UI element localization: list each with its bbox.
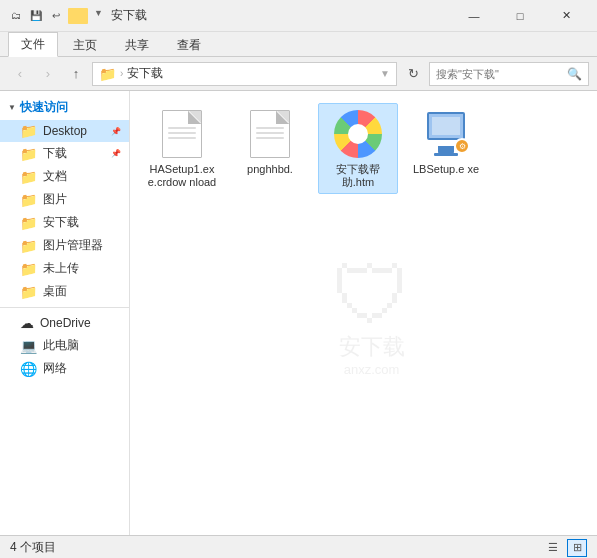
pin-icon: 📌	[111, 127, 121, 136]
quick-access-icon: 🗂	[8, 8, 24, 24]
onedrive-icon: ☁	[20, 315, 34, 331]
details-view-button[interactable]: ☰	[543, 539, 563, 557]
watermark-sub: anxz.com	[332, 362, 412, 377]
sidebar: ▼ 快速访问 📁 Desktop 📌 📁 下载 📌 📁 文档 📁 图片 📁 安下…	[0, 91, 130, 535]
folder-icon: 📁	[20, 238, 37, 254]
sidebar-label-network: 网络	[43, 360, 67, 377]
content-area: 🛡 安下载 anxz.com HASetup1.	[130, 91, 597, 535]
tab-home[interactable]: 主页	[60, 33, 110, 57]
maximize-button[interactable]: □	[497, 0, 543, 32]
sidebar-item-anxia[interactable]: 📁 安下载	[0, 211, 129, 234]
sidebar-label-onedrive: OneDrive	[40, 316, 91, 330]
sidebar-divider	[0, 307, 129, 308]
tab-file[interactable]: 文件	[8, 32, 58, 57]
ribbon: 文件 主页 共享 查看	[0, 32, 597, 57]
close-button[interactable]: ✕	[543, 0, 589, 32]
monitor-body	[427, 112, 465, 140]
title-bar-save[interactable]: 💾	[28, 8, 44, 24]
path-folder-icon: 📁	[99, 66, 116, 82]
file-icon-container	[156, 108, 208, 160]
watermark-text: 安下载	[332, 332, 412, 362]
doc-icon	[162, 110, 202, 158]
quick-access-header[interactable]: ▼ 快速访问	[0, 95, 129, 120]
file-item[interactable]: HASetup1.exe.crdow nload	[142, 103, 222, 194]
minimize-button[interactable]: —	[451, 0, 497, 32]
doc-icon	[250, 110, 290, 158]
files-grid: HASetup1.exe.crdow nload pnghhbd.	[138, 99, 589, 198]
file-item[interactable]: ⚙ LBSetup.e xe	[406, 103, 486, 194]
address-bar: ‹ › ↑ 📁 › 安下载 ▼ ↻ 🔍	[0, 57, 597, 91]
sidebar-label-pictures: 图片	[43, 191, 67, 208]
computer-icon: 💻	[20, 338, 37, 354]
sidebar-label-anxia: 安下载	[43, 214, 79, 231]
sidebar-label-documents: 文档	[43, 168, 67, 185]
status-bar: 4 个项目 ☰ ⊞	[0, 535, 597, 558]
pin-icon: 📌	[111, 149, 121, 158]
item-count: 4 个项目	[10, 539, 56, 556]
file-item[interactable]: pnghhbd.	[230, 103, 310, 194]
monitor-base	[434, 153, 458, 156]
search-icon[interactable]: 🔍	[567, 67, 582, 81]
htm-colorful-icon	[334, 110, 382, 158]
folder-icon: 📁	[20, 261, 37, 277]
main-area: ▼ 快速访问 📁 Desktop 📌 📁 下载 📌 📁 文档 📁 图片 📁 安下…	[0, 91, 597, 535]
file-name: pnghhbd.	[247, 163, 293, 176]
sidebar-label-imgmgr: 图片管理器	[43, 237, 103, 254]
large-icons-view-button[interactable]: ⊞	[567, 539, 587, 557]
folder-icon: 📁	[20, 192, 37, 208]
monitor-screen	[432, 117, 460, 135]
title-bar-icons: 🗂 💾 ↩ ▼	[8, 8, 103, 24]
search-box[interactable]: 🔍	[429, 62, 589, 86]
chevron-icon: ▼	[8, 103, 16, 112]
network-icon: 🌐	[20, 361, 37, 377]
folder-icon: 📁	[20, 146, 37, 162]
title-bar-undo[interactable]: ↩	[48, 8, 64, 24]
window-title: 安下载	[111, 7, 451, 24]
path-label: 安下载	[127, 65, 163, 82]
tab-share[interactable]: 共享	[112, 33, 162, 57]
quick-access-label: 快速访问	[20, 99, 68, 116]
sidebar-label-thispc: 此电脑	[43, 337, 79, 354]
sidebar-item-desktop[interactable]: 📁 Desktop 📌	[0, 120, 129, 142]
title-bar: 🗂 💾 ↩ ▼ 安下载 — □ ✕	[0, 0, 597, 32]
sidebar-item-downloads[interactable]: 📁 下载 📌	[0, 142, 129, 165]
path-separator: ›	[120, 68, 123, 79]
file-icon-container	[332, 108, 384, 160]
refresh-button[interactable]: ↻	[401, 62, 425, 86]
sidebar-item-desktop2[interactable]: 📁 桌面	[0, 280, 129, 303]
sidebar-label-desktop2: 桌面	[43, 283, 67, 300]
ribbon-tabs: 文件 主页 共享 查看	[0, 32, 597, 56]
folder-title-icon	[68, 8, 88, 24]
gear-icon: ⚙	[454, 138, 470, 154]
back-button[interactable]: ‹	[8, 62, 32, 86]
tab-view[interactable]: 查看	[164, 33, 214, 57]
folder-icon: 📁	[20, 284, 37, 300]
address-path[interactable]: 📁 › 安下载 ▼	[92, 62, 397, 86]
forward-button[interactable]: ›	[36, 62, 60, 86]
watermark: 🛡 安下载 anxz.com	[332, 250, 412, 377]
watermark-shield-icon: 🛡	[332, 250, 412, 342]
sidebar-item-imgmgr[interactable]: 📁 图片管理器	[0, 234, 129, 257]
setup-icon: ⚙	[422, 112, 470, 156]
sidebar-item-thispc[interactable]: 💻 此电脑	[0, 334, 129, 357]
file-item-selected[interactable]: 安下载帮助.htm	[318, 103, 398, 194]
up-button[interactable]: ↑	[64, 62, 88, 86]
sidebar-item-onedrive[interactable]: ☁ OneDrive	[0, 312, 129, 334]
sidebar-label-desktop: Desktop	[43, 124, 87, 138]
folder-icon: 📁	[20, 169, 37, 185]
view-buttons: ☰ ⊞	[543, 539, 587, 557]
sidebar-item-documents[interactable]: 📁 文档	[0, 165, 129, 188]
file-name: 安下载帮助.htm	[323, 163, 393, 189]
file-name: HASetup1.exe.crdow nload	[147, 163, 217, 189]
sidebar-label-downloads: 下载	[43, 145, 67, 162]
dropdown-arrow: ▼	[380, 68, 390, 79]
folder-icon: 📁	[20, 215, 37, 231]
file-icon-container: ⚙	[420, 108, 472, 160]
file-icon-container	[244, 108, 296, 160]
search-input[interactable]	[436, 68, 563, 80]
sidebar-item-pictures[interactable]: 📁 图片	[0, 188, 129, 211]
file-name: LBSetup.e xe	[413, 163, 479, 176]
title-controls: — □ ✕	[451, 0, 589, 32]
sidebar-item-notupload[interactable]: 📁 未上传	[0, 257, 129, 280]
sidebar-item-network[interactable]: 🌐 网络	[0, 357, 129, 380]
